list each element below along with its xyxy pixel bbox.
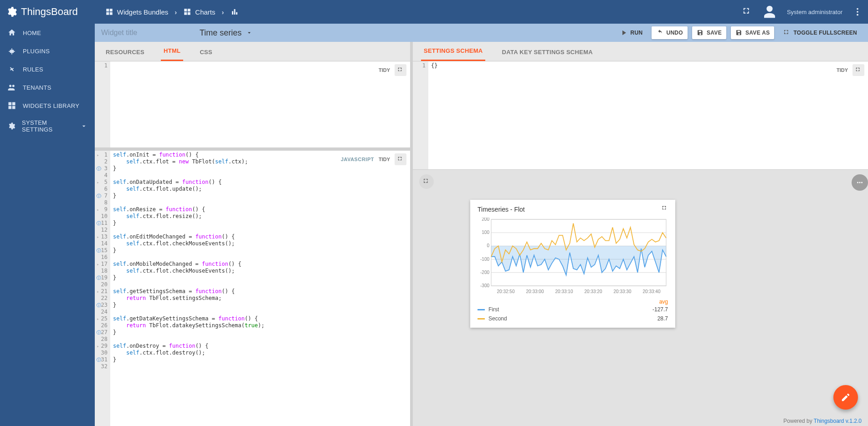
breadcrumb-chart-icon[interactable] [231, 8, 239, 16]
schema-editor-gutter: 1 [413, 61, 428, 169]
preview-more-button[interactable] [852, 174, 868, 191]
breadcrumb-charts[interactable]: Charts [183, 8, 215, 16]
footer-link[interactable]: Thingsboard v.1.2.0 [814, 418, 862, 424]
tenants-icon [7, 83, 16, 92]
sidebar: HOME PLUGINS RULES TENANTS WIDGETS LIBRA… [0, 24, 95, 426]
grid-icon [183, 8, 191, 16]
breadcrumb: Widgets Bundles › Charts › [105, 8, 239, 16]
tab-settings-schema[interactable]: SETTINGS SCHEMA [421, 42, 485, 61]
tab-resources[interactable]: RESOURCES [103, 43, 147, 61]
svg-text:20:33:20: 20:33:20 [585, 289, 602, 294]
bar-chart-icon [231, 8, 239, 16]
editor-fullscreen-button[interactable] [395, 153, 406, 165]
top-header: ThingsBoard Widgets Bundles › Charts › S… [0, 0, 868, 24]
save-icon [697, 29, 704, 36]
brand[interactable]: ThingsBoard [5, 6, 78, 18]
svg-text:0: 0 [487, 243, 489, 248]
js-language-tag: JAVASCRIPT [341, 157, 374, 162]
chart: 2001000-100-200-30020:32:5020:33:0020:33… [478, 218, 668, 295]
sidebar-item-system-settings[interactable]: SYSTEM SETTINGS [0, 115, 95, 137]
schema-editor-code[interactable]: {} [428, 61, 868, 169]
html-editor[interactable]: 1 TIDY [95, 61, 410, 147]
right-tabs: SETTINGS SCHEMA DATA KEY SETTINGS SCHEMA [413, 42, 868, 61]
more-icon[interactable] [853, 7, 863, 17]
editor-fullscreen-button[interactable] [395, 64, 406, 76]
svg-text:-200: -200 [480, 270, 489, 275]
js-editor[interactable]: ▸12ⓘ34▸56ⓘ78▸910ⓘ1112▸1314ⓘ1516▸1718ⓘ192… [95, 150, 410, 426]
workspace: RESOURCES HTML CSS 1 TIDY ▸12ⓘ34▸56ⓘ78▸9… [95, 42, 868, 426]
tidy-button[interactable]: TIDY [837, 68, 848, 73]
undo-button[interactable]: UNDO [652, 26, 688, 39]
legend-header: avg [478, 299, 668, 305]
fullscreen-icon [783, 29, 791, 36]
widget-fullscreen-button[interactable] [662, 205, 668, 213]
sidebar-item-home[interactable]: HOME [0, 24, 95, 42]
sidebar-item-widgets-library[interactable]: WIDGETS LIBRARY [0, 96, 95, 115]
account-icon[interactable] [762, 5, 777, 19]
tab-css[interactable]: CSS [197, 43, 215, 61]
sidebar-item-rules[interactable]: RULES [0, 60, 95, 78]
fullscreen-icon [423, 178, 430, 185]
svg-text:20:33:00: 20:33:00 [526, 289, 544, 294]
content: Time series RUN UNDO SAVE SAVE AS TOGGLE… [95, 24, 868, 426]
svg-text:100: 100 [482, 230, 489, 235]
svg-point-7 [861, 182, 863, 183]
widget-title-input[interactable] [101, 29, 192, 37]
breadcrumb-bundles[interactable]: Widgets Bundles [105, 8, 169, 16]
pencil-icon [841, 392, 851, 402]
left-column: RESOURCES HTML CSS 1 TIDY ▸12ⓘ34▸56ⓘ78▸9… [95, 42, 413, 426]
legend-label: First [488, 306, 499, 313]
legend-value: 28.7 [657, 315, 668, 322]
js-editor-gutter: ▸12ⓘ34▸56ⓘ78▸910ⓘ1112▸1314ⓘ1516▸1718ⓘ192… [95, 151, 110, 426]
plugin-icon [7, 46, 16, 56]
rules-icon [7, 65, 16, 74]
legend-swatch [478, 318, 485, 320]
sidebar-item-plugins[interactable]: PLUGINS [0, 42, 95, 60]
home-icon [7, 28, 16, 37]
tidy-button[interactable]: TIDY [379, 68, 390, 73]
save-as-button[interactable]: SAVE AS [731, 26, 774, 39]
schema-editor[interactable]: 1 {} TIDY [413, 61, 868, 169]
fullscreen-icon [397, 67, 404, 73]
grid-icon [7, 101, 16, 110]
legend-label: Second [488, 315, 507, 322]
widget-toolbar: Time series RUN UNDO SAVE SAVE AS TOGGLE… [95, 24, 868, 42]
more-horiz-icon [856, 178, 864, 187]
svg-point-5 [857, 182, 858, 183]
widget-preview-title: Timeseries - Flot [478, 206, 525, 213]
caret-down-icon [246, 30, 252, 36]
chevron-down-icon [80, 122, 87, 131]
breadcrumb-sep: › [222, 8, 224, 16]
tab-datakey-schema[interactable]: DATA KEY SETTINGS SCHEMA [499, 43, 596, 61]
widget-type-picker[interactable]: Time series [200, 28, 252, 38]
svg-text:-100: -100 [480, 257, 489, 262]
run-button[interactable]: RUN [616, 26, 647, 39]
svg-text:20:33:40: 20:33:40 [643, 289, 661, 294]
save-button[interactable]: SAVE [692, 26, 726, 39]
tab-html[interactable]: HTML [161, 42, 183, 61]
html-editor-code[interactable] [110, 61, 410, 147]
html-editor-gutter: 1 [95, 61, 110, 147]
legend-value: -127.7 [652, 306, 668, 313]
svg-text:-300: -300 [480, 283, 489, 288]
js-editor-code[interactable]: self.onInit = function() { self.ctx.flot… [110, 151, 410, 426]
fullscreen-icon[interactable] [742, 7, 752, 17]
preview-area: Timeseries - Flot 2001000-100-200-30020:… [413, 169, 868, 426]
legend-swatch [478, 309, 485, 310]
editor-fullscreen-button[interactable] [853, 64, 864, 76]
play-icon [621, 29, 628, 36]
svg-text:200: 200 [482, 218, 489, 222]
edit-fab[interactable] [833, 385, 858, 410]
undo-icon [656, 29, 663, 36]
legend: avg First -127.7 Second 28.7 [478, 299, 668, 323]
right-column: SETTINGS SCHEMA DATA KEY SETTINGS SCHEMA… [413, 42, 868, 426]
toggle-fullscreen-button[interactable]: TOGGLE FULLSCREEN [779, 26, 862, 39]
widget-preview-card: Timeseries - Flot 2001000-100-200-30020:… [470, 200, 675, 328]
brand-label: ThingsBoard [21, 6, 78, 18]
tidy-button[interactable]: TIDY [379, 157, 390, 162]
preview-fullscreen-button[interactable] [419, 174, 434, 189]
user-label: System administrator [787, 9, 842, 15]
legend-row: Second 28.7 [478, 314, 668, 323]
brand-icon [5, 6, 17, 18]
sidebar-item-tenants[interactable]: TENANTS [0, 78, 95, 96]
